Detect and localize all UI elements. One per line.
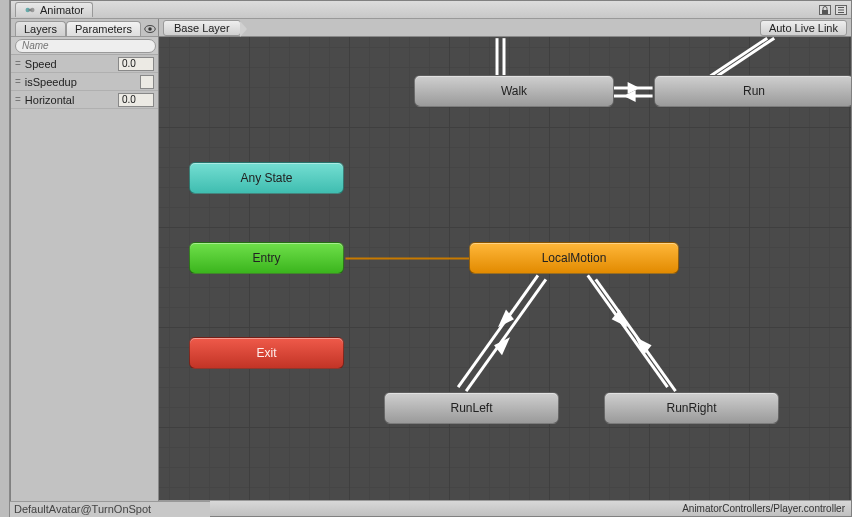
parameter-value-field[interactable]: 0.0 [118, 93, 154, 107]
node-label: RunRight [666, 401, 716, 415]
parameter-search-row: + [11, 37, 158, 55]
menu-icon [837, 6, 845, 14]
window-lock-button[interactable] [819, 5, 831, 15]
svg-line-17 [717, 38, 774, 76]
svg-marker-13 [628, 82, 640, 94]
node-walk[interactable]: Walk [414, 75, 614, 107]
parameter-row[interactable]: = isSpeedup [11, 73, 158, 91]
svg-marker-15 [624, 90, 636, 102]
graph-canvas[interactable]: Any State Entry Exit Walk Run LocalMotio… [159, 37, 851, 500]
svg-line-24 [596, 279, 676, 391]
node-label: Exit [256, 346, 276, 360]
asset-path: AnimatorControllers/Player.controller [682, 503, 845, 514]
svg-rect-4 [838, 7, 844, 8]
node-any-state[interactable]: Any State [189, 162, 344, 194]
node-run[interactable]: Run [654, 75, 851, 107]
svg-rect-6 [838, 12, 844, 13]
svg-rect-2 [29, 9, 32, 11]
window-controls [819, 5, 847, 15]
node-localmotion[interactable]: LocalMotion [469, 242, 679, 274]
parameter-search-input[interactable] [15, 39, 156, 53]
left-tabs: Layers Parameters [11, 19, 158, 37]
animator-icon [24, 4, 36, 16]
drag-handle-icon[interactable]: = [15, 94, 19, 105]
status-bar: AnimatorControllers/Player.controller [159, 500, 851, 516]
node-entry[interactable]: Entry [189, 242, 344, 274]
parameter-name: Horizontal [25, 94, 112, 106]
parameters-panel: Layers Parameters + = Speed 0.0 = isSpee… [11, 19, 159, 516]
graph-area: Base Layer Auto Live Link [159, 19, 851, 516]
svg-rect-3 [822, 10, 828, 14]
node-label: LocalMotion [542, 251, 607, 265]
svg-marker-23 [612, 309, 628, 327]
lock-icon [821, 6, 829, 14]
drag-handle-icon[interactable]: = [15, 58, 19, 69]
node-label: RunLeft [450, 401, 492, 415]
editor-left-gutter [0, 0, 10, 517]
node-label: Walk [501, 84, 527, 98]
node-label: Entry [252, 251, 280, 265]
node-runright[interactable]: RunRight [604, 392, 779, 424]
svg-marker-19 [498, 309, 514, 327]
svg-marker-25 [636, 337, 652, 355]
tab-parameters[interactable]: Parameters [66, 21, 141, 36]
svg-line-18 [458, 275, 538, 387]
parameter-list: = Speed 0.0 = isSpeedup = Horizontal 0.0 [11, 55, 158, 109]
svg-line-16 [710, 38, 767, 76]
svg-marker-21 [494, 337, 510, 355]
parameter-name: Speed [25, 58, 112, 70]
tab-layers[interactable]: Layers [15, 21, 66, 36]
svg-point-8 [148, 27, 152, 31]
breadcrumb-bar: Base Layer Auto Live Link [159, 19, 851, 37]
node-runleft[interactable]: RunLeft [384, 392, 559, 424]
node-exit[interactable]: Exit [189, 337, 344, 369]
window-titlebar: Animator [11, 1, 851, 19]
visibility-icon[interactable] [143, 22, 157, 36]
window-menu-button[interactable] [835, 5, 847, 15]
svg-line-22 [588, 275, 668, 387]
main-row: Layers Parameters + = Speed 0.0 = isSpee… [11, 19, 851, 516]
parameter-checkbox[interactable] [140, 75, 154, 89]
parameter-row[interactable]: = Horizontal 0.0 [11, 91, 158, 109]
auto-live-link-button[interactable]: Auto Live Link [760, 20, 847, 36]
node-label: Run [743, 84, 765, 98]
animator-window: Animator Layers Parameters + = [10, 0, 852, 517]
parameter-row[interactable]: = Speed 0.0 [11, 55, 158, 73]
drag-handle-icon[interactable]: = [15, 76, 19, 87]
parameter-value-field[interactable]: 0.0 [118, 57, 154, 71]
node-label: Any State [240, 171, 292, 185]
svg-line-20 [466, 279, 546, 391]
breadcrumb-root[interactable]: Base Layer [163, 20, 241, 36]
window-tab-animator[interactable]: Animator [15, 2, 93, 17]
svg-rect-5 [838, 9, 844, 10]
project-item-strip[interactable]: DefaultAvatar@TurnOnSpot [10, 501, 210, 517]
parameter-name: isSpeedup [25, 76, 134, 88]
window-title: Animator [40, 4, 84, 16]
project-item-label: DefaultAvatar@TurnOnSpot [14, 503, 151, 515]
